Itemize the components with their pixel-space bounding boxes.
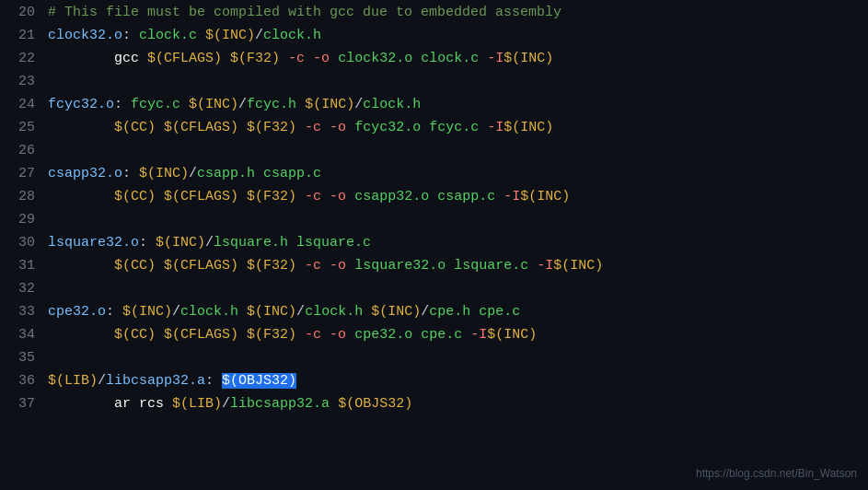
token-lit	[238, 258, 247, 274]
token-macro_open: $(INC)	[503, 120, 553, 135]
code-line: 23	[0, 71, 868, 94]
token-lit	[180, 97, 189, 112]
line-number: 37	[7, 393, 35, 414]
line-content: ar rcs $(LIB)/libcsapp32.a $(OBJS32)	[48, 393, 861, 414]
line-number: 22	[7, 48, 35, 69]
code-line: 29	[0, 209, 868, 232]
line-number: 33	[7, 301, 35, 322]
token-lit	[495, 189, 503, 204]
token-lit	[48, 327, 114, 343]
token-lit	[238, 304, 247, 320]
token-macro_open: $(OBJS32)	[338, 396, 412, 412]
token-lit	[156, 120, 164, 135]
line-number: 29	[7, 209, 35, 230]
line-number: 36	[7, 370, 35, 391]
token-opt: -I	[503, 189, 520, 204]
token-macro_open: $(CC)	[114, 189, 156, 204]
token-opt: -I	[487, 51, 503, 66]
code-line: 26	[0, 140, 868, 163]
line-number: 24	[7, 94, 35, 115]
token-opt: -c -o	[305, 120, 346, 135]
code-line: 27csapp32.o: $(INC)/csapp.h csapp.c	[0, 163, 868, 186]
token-lit	[346, 258, 354, 274]
token-lit	[412, 51, 421, 66]
token-lit	[363, 304, 371, 320]
line-content: $(CC) $(CFLAGS) $(F32) -c -o cpe32.o cpe…	[48, 324, 861, 345]
token-lit: /	[255, 28, 263, 43]
line-content: $(CC) $(CFLAGS) $(F32) -c -o csapp32.o c…	[48, 186, 861, 207]
token-macro_open: $(F32)	[247, 189, 296, 204]
token-dep: csapp32.o	[354, 189, 429, 204]
token-dep: clock.c	[139, 28, 197, 43]
token-cmd: gcc	[114, 51, 139, 66]
line-content: lsquare32.o: $(INC)/lsquare.h lsquare.c	[48, 232, 861, 253]
token-lit: /	[354, 97, 363, 112]
token-lit	[238, 120, 247, 135]
token-macro_open: $(CC)	[114, 258, 156, 274]
token-lit: /	[98, 373, 106, 389]
token-macro_open: $(LIB)	[172, 396, 222, 412]
token-opt: -c -o	[305, 258, 346, 274]
token-lit: :	[122, 166, 139, 181]
token-dep: cpe32.o	[354, 327, 412, 343]
token-lit	[296, 258, 305, 274]
token-lit	[412, 327, 421, 343]
token-dep: lsquare.c	[296, 235, 371, 251]
code-line: 33cpe32.o: $(INC)/clock.h $(INC)/clock.h…	[0, 301, 868, 324]
token-dep: clock.h	[263, 28, 321, 43]
token-lit	[462, 327, 470, 343]
token-macro_open: $(INC)	[520, 189, 570, 204]
token-dep: libcsapp32.a	[230, 396, 330, 412]
token-macro_open: $(INC)	[122, 304, 172, 320]
token-lit: /	[238, 97, 247, 112]
token-lit	[156, 189, 164, 204]
token-lit: /	[205, 235, 214, 251]
token-lit: :	[139, 235, 156, 251]
line-content: $(CC) $(CFLAGS) $(F32) -c -o lsquare32.o…	[48, 255, 861, 276]
token-lit	[288, 235, 296, 251]
token-lit: /	[172, 304, 180, 320]
token-target: lsquare32.o	[48, 235, 139, 251]
line-number: 34	[7, 324, 35, 345]
token-dep: lsquare32.o	[354, 258, 446, 274]
token-lit: /	[222, 396, 230, 412]
line-number: 30	[7, 232, 35, 253]
token-lit: :	[205, 373, 222, 389]
code-line: 35	[0, 347, 868, 370]
token-macro_open: $(CFLAGS)	[164, 327, 238, 343]
token-lit: :	[114, 97, 131, 112]
token-lit	[164, 396, 172, 412]
token-lit	[470, 304, 479, 320]
line-number: 28	[7, 186, 35, 207]
token-lit	[48, 120, 114, 135]
token-target: libcsapp32.a	[106, 373, 205, 389]
code-line: 34 $(CC) $(CFLAGS) $(F32) -c -o cpe32.o …	[0, 324, 868, 347]
line-content: $(CC) $(CFLAGS) $(F32) -c -o fcyc32.o fc…	[48, 117, 861, 138]
token-dep: lsquare.h	[214, 235, 288, 251]
line-number: 31	[7, 255, 35, 276]
token-dep: clock.c	[421, 51, 479, 66]
line-number: 27	[7, 163, 35, 184]
token-lit	[528, 258, 537, 274]
token-macro_open: $(INC)	[205, 28, 255, 43]
token-macro_open: $(CFLAGS)	[164, 258, 238, 274]
line-number: 32	[7, 278, 35, 299]
token-macro_open: $(INC)	[139, 166, 189, 181]
code-line: 36$(LIB)/libcsapp32.a: $(OBJS32)	[0, 370, 868, 393]
token-lit: /	[296, 304, 305, 320]
token-lit	[479, 51, 487, 66]
token-macro_open: $(CFLAGS)	[147, 51, 222, 66]
token-lit	[222, 51, 230, 66]
line-content: fcyc32.o: fcyc.c $(INC)/fcyc.h $(INC)/cl…	[48, 94, 861, 115]
token-dep: csapp.h	[197, 166, 255, 181]
token-target: cpe32.o	[48, 304, 106, 320]
token-dep: clock.h	[180, 304, 238, 320]
token-lit: :	[122, 28, 139, 43]
token-dep: fcyc.c	[429, 120, 479, 135]
line-content: # This file must be compiled with gcc du…	[48, 2, 861, 23]
line-number: 21	[7, 25, 35, 46]
token-target: csapp32.o	[48, 166, 122, 181]
token-opt: -c -o	[288, 51, 330, 66]
token-target: fcyc32.o	[48, 97, 114, 112]
token-macro_open: $(INC)	[553, 258, 603, 274]
